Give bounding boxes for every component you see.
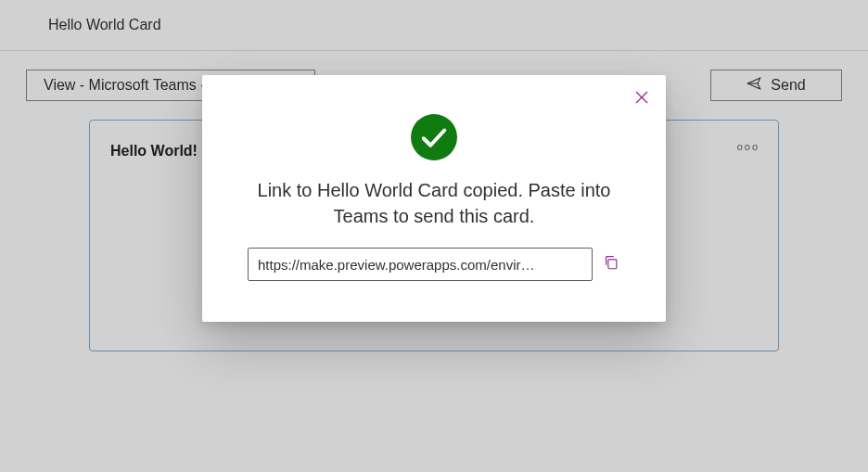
success-icon [411, 114, 457, 160]
copy-icon [603, 254, 619, 274]
link-input[interactable] [248, 248, 593, 281]
close-icon [635, 91, 648, 108]
copy-button[interactable] [602, 255, 620, 274]
modal-overlay[interactable]: Link to Hello World Card copied. Paste i… [0, 0, 868, 472]
link-row [228, 248, 640, 281]
close-button[interactable] [631, 88, 653, 110]
link-copied-dialog: Link to Hello World Card copied. Paste i… [202, 75, 666, 322]
svg-rect-3 [608, 260, 617, 269]
modal-message: Link to Hello World Card copied. Paste i… [228, 177, 640, 248]
